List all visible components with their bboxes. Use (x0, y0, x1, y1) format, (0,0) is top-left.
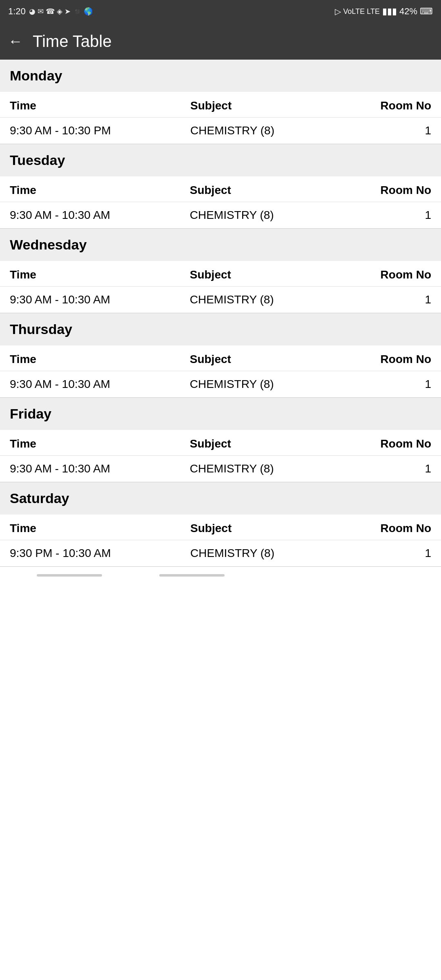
day-section-saturday: SaturdayTimeSubjectRoom No9:30 PM - 10:3… (0, 482, 441, 567)
entry-room: 1 (335, 287, 441, 313)
battery-percent: 42% (399, 6, 417, 17)
entry-time: 9:30 AM - 10:30 AM (0, 456, 180, 482)
day-name-wednesday: Wednesday (10, 237, 87, 252)
wifi-icon: ▷ (335, 7, 341, 16)
entry-room: 1 (336, 118, 441, 144)
day-section-thursday: ThursdayTimeSubjectRoom No9:30 AM - 10:3… (0, 313, 441, 398)
page-title: Time Table (33, 32, 111, 51)
col-header-subject: Subject (180, 514, 336, 540)
status-left: 1:20 ◕ ✉ ☎ ◈ ➤ ◾ 🌎 (8, 6, 93, 17)
day-header-thursday: Thursday (0, 313, 441, 345)
day-section-wednesday: WednesdayTimeSubjectRoom No9:30 AM - 10:… (0, 229, 441, 313)
entry-time: 9:30 AM - 10:30 AM (0, 202, 180, 229)
entry-subject: CHEMISTRY (8) (180, 540, 336, 567)
app-bar: ← Time Table (0, 23, 441, 60)
schedule-table-saturday: TimeSubjectRoom No9:30 PM - 10:30 AMCHEM… (0, 514, 441, 566)
battery-icon: ⌨ (420, 6, 433, 17)
entry-time: 9:30 AM - 10:30 AM (0, 287, 180, 313)
day-header-wednesday: Wednesday (0, 229, 441, 261)
schedule-table-friday: TimeSubjectRoom No9:30 AM - 10:30 AMCHEM… (0, 430, 441, 482)
signal-text: VoLTE LTE (343, 7, 380, 16)
entry-subject: CHEMISTRY (8) (180, 202, 336, 229)
col-header-subject: Subject (180, 92, 336, 118)
col-header-room-no: Room No (335, 176, 441, 202)
table-row: 9:30 AM - 10:30 AMCHEMISTRY (8)1 (0, 456, 441, 482)
table-row: 9:30 AM - 10:30 AMCHEMISTRY (8)1 (0, 202, 441, 229)
entry-subject: CHEMISTRY (8) (180, 118, 336, 144)
entry-time: 9:30 AM - 10:30 AM (0, 371, 180, 398)
col-header-room-no: Room No (335, 261, 441, 287)
day-section-friday: FridayTimeSubjectRoom No9:30 AM - 10:30 … (0, 398, 441, 482)
col-header-subject: Subject (180, 261, 336, 287)
schedule-table-thursday: TimeSubjectRoom No9:30 AM - 10:30 AMCHEM… (0, 345, 441, 397)
table-row: 9:30 AM - 10:30 AMCHEMISTRY (8)1 (0, 287, 441, 313)
day-header-tuesday: Tuesday (0, 144, 441, 176)
col-header-time: Time (0, 345, 180, 371)
col-header-room-no: Room No (336, 514, 441, 540)
day-name-monday: Monday (10, 68, 62, 83)
table-row: 9:30 PM - 10:30 AMCHEMISTRY (8)1 (0, 540, 441, 567)
col-header-subject: Subject (180, 345, 336, 371)
col-header-time: Time (0, 430, 180, 456)
day-header-monday: Monday (0, 60, 441, 92)
status-bar: 1:20 ◕ ✉ ☎ ◈ ➤ ◾ 🌎 ▷ VoLTE LTE ▮▮▮ 42% ⌨ (0, 0, 441, 23)
day-name-tuesday: Tuesday (10, 152, 65, 168)
col-header-subject: Subject (180, 430, 336, 456)
day-section-tuesday: TuesdayTimeSubjectRoom No9:30 AM - 10:30… (0, 144, 441, 229)
entry-time: 9:30 PM - 10:30 AM (0, 540, 180, 567)
entry-subject: CHEMISTRY (8) (180, 287, 336, 313)
col-header-subject: Subject (180, 176, 336, 202)
entry-room: 1 (335, 456, 441, 482)
entry-subject: CHEMISTRY (8) (180, 456, 336, 482)
day-name-friday: Friday (10, 406, 51, 421)
day-name-thursday: Thursday (10, 321, 72, 337)
col-header-time: Time (0, 261, 180, 287)
schedule-table-monday: TimeSubjectRoom No9:30 AM - 10:30 PMCHEM… (0, 92, 441, 144)
day-section-monday: MondayTimeSubjectRoom No9:30 AM - 10:30 … (0, 60, 441, 144)
day-header-friday: Friday (0, 398, 441, 430)
col-header-room-no: Room No (335, 345, 441, 371)
scroll-hint-middle (159, 574, 225, 577)
entry-subject: CHEMISTRY (8) (180, 371, 336, 398)
schedule-table-tuesday: TimeSubjectRoom No9:30 AM - 10:30 AMCHEM… (0, 176, 441, 228)
status-icons: ◕ ✉ ☎ ◈ ➤ ◾ 🌎 (29, 7, 93, 16)
col-header-time: Time (0, 514, 180, 540)
entry-room: 1 (335, 202, 441, 229)
col-header-room-no: Room No (336, 92, 441, 118)
timetable-container: MondayTimeSubjectRoom No9:30 AM - 10:30 … (0, 60, 441, 567)
schedule-table-wednesday: TimeSubjectRoom No9:30 AM - 10:30 AMCHEM… (0, 261, 441, 313)
day-header-saturday: Saturday (0, 482, 441, 514)
col-header-time: Time (0, 92, 180, 118)
scroll-hint-left (37, 574, 102, 577)
entry-time: 9:30 AM - 10:30 PM (0, 118, 180, 144)
entry-room: 1 (335, 371, 441, 398)
col-header-time: Time (0, 176, 180, 202)
entry-room: 1 (336, 540, 441, 567)
status-time: 1:20 (8, 6, 26, 17)
table-row: 9:30 AM - 10:30 AMCHEMISTRY (8)1 (0, 371, 441, 398)
table-row: 9:30 AM - 10:30 PMCHEMISTRY (8)1 (0, 118, 441, 144)
back-button[interactable]: ← (8, 34, 23, 49)
signal-bars: ▮▮▮ (382, 6, 397, 17)
status-right: ▷ VoLTE LTE ▮▮▮ 42% ⌨ (335, 6, 433, 17)
col-header-room-no: Room No (335, 430, 441, 456)
day-name-saturday: Saturday (10, 490, 69, 506)
